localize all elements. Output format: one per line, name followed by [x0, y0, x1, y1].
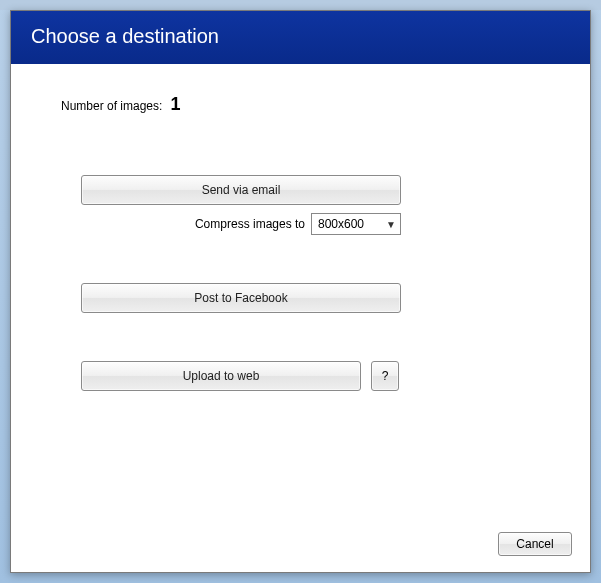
cancel-button[interactable]: Cancel [498, 532, 572, 556]
chevron-down-icon: ▼ [386, 219, 396, 230]
action-section: Send via email Compress images to 800x60… [81, 175, 401, 391]
window-titlebar [0, 0, 601, 10]
image-count-value: 1 [170, 94, 180, 115]
dialog-footer: Cancel [11, 520, 590, 572]
upload-row: Upload to web ? [81, 361, 401, 391]
image-count-label: Number of images: [61, 99, 162, 113]
post-facebook-button[interactable]: Post to Facebook [81, 283, 401, 313]
upload-web-button[interactable]: Upload to web [81, 361, 361, 391]
send-email-button[interactable]: Send via email [81, 175, 401, 205]
compress-size-dropdown[interactable]: 800x600 ▼ [311, 213, 401, 235]
dialog-title: Choose a destination [31, 25, 219, 47]
compress-size-value: 800x600 [318, 217, 364, 231]
image-count-row: Number of images: 1 [61, 94, 570, 115]
compress-row: Compress images to 800x600 ▼ [81, 213, 401, 235]
dialog-body: Number of images: 1 Send via email Compr… [11, 64, 590, 520]
window-frame: Choose a destination Number of images: 1… [0, 0, 601, 583]
compress-label: Compress images to [195, 217, 305, 231]
help-button[interactable]: ? [371, 361, 399, 391]
destination-dialog: Choose a destination Number of images: 1… [10, 10, 591, 573]
dialog-header: Choose a destination [11, 11, 590, 64]
